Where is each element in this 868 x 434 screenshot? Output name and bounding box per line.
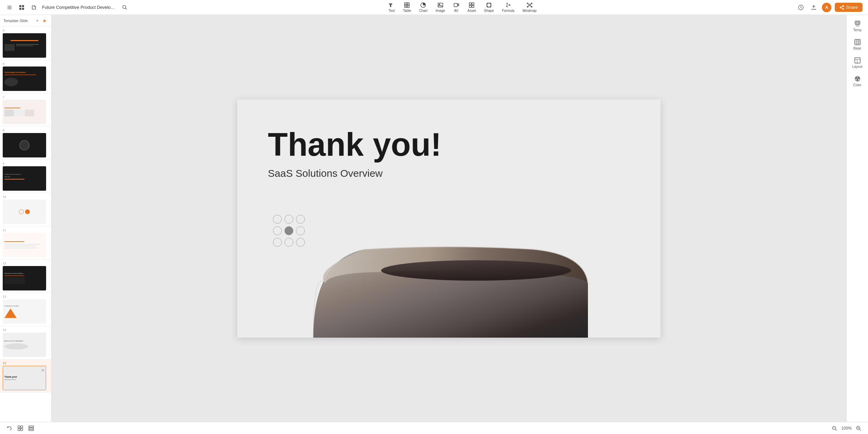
svg-point-40 [843,8,844,10]
svg-rect-67 [29,426,34,427]
toolbar-table-label: Table [403,9,411,13]
topbar-right: A Share [796,3,863,12]
toolbar-av-label: AV [454,9,458,13]
slide-bowl-image [296,243,601,338]
svg-line-29 [528,4,529,5]
toolbar-formula[interactable]: Formula [498,1,518,14]
toolbar-table[interactable]: Table [399,1,414,14]
svg-rect-63 [18,426,20,428]
slide-thumbnail-14[interactable]: 14 Advancement through Analytics [0,326,51,359]
slide-thumbnail-8[interactable]: 8 [0,127,51,160]
slide-thumbnail-10[interactable]: 10 [0,193,51,226]
svg-rect-21 [469,3,471,5]
star-icon[interactable]: ★ [42,18,48,23]
clock-icon[interactable] [796,3,806,12]
right-panel-base[interactable]: Base [848,37,867,52]
svg-point-30 [531,3,532,4]
svg-rect-64 [21,426,23,428]
svg-line-8 [125,8,127,10]
toolbar-text[interactable]: T Text [385,1,398,14]
toolbar-image[interactable]: Image [432,1,449,14]
bottom-bar-right: 100% [830,424,863,432]
right-panel-color-label: Color [853,83,862,87]
svg-point-34 [531,6,532,7]
sidebar-header-icons: ＋ ★ [34,18,48,24]
dot-8 [284,238,293,247]
toolbar-mindmap[interactable]: Mindmap [519,1,540,14]
share-button[interactable]: Share [835,3,863,12]
slide-thumbnail-6[interactable]: 6 Technological Innovations [0,60,51,93]
slide-thumbnail-13[interactable]: 13 Foundations for Insights [0,293,51,326]
right-panel-temp-label: Temp [853,28,861,32]
top-bar: Future Competitive Product Development..… [0,0,868,15]
dot-1 [273,215,282,224]
toolbar-image-label: Image [436,9,445,13]
slide-thumbnail-12[interactable]: 12 Data-Driven Decision Making [0,260,51,293]
svg-rect-24 [472,5,474,7]
svg-line-42 [841,7,843,8]
toolbar-chart[interactable]: Chart [416,1,431,14]
slide-thumbnail-11[interactable]: 11 [0,226,51,260]
slide-thumbnail-5[interactable]: 5 [0,27,51,60]
right-panel-color[interactable]: Color [848,73,867,89]
grid-view-icon[interactable] [16,424,24,432]
svg-line-76 [860,429,861,431]
slide-thumbnail-7[interactable]: 7 [0,93,51,127]
toolbar-text-label: Text [389,9,395,13]
svg-rect-22 [472,3,474,5]
toolbar-shape[interactable]: Shape [481,1,497,14]
sidebar-title: Template Slide [3,19,28,23]
zoom-out-icon[interactable] [830,424,839,432]
svg-point-38 [843,5,844,6]
svg-rect-50 [856,25,859,26]
bottom-bar: 100% [0,422,868,434]
slide-subtitle: SaaS Solutions Overview [268,168,441,179]
svg-point-44 [381,260,571,281]
user-avatar[interactable]: A [822,3,831,12]
svg-rect-65 [18,429,20,431]
svg-point-25 [487,3,491,7]
svg-point-39 [840,7,841,8]
center-toolbar: T Text Table Chart [385,1,540,14]
svg-point-32 [527,6,528,7]
right-panel-layout[interactable]: Layout [848,55,867,71]
toolbar-shape-label: Shape [484,9,494,13]
toolbar-asset-label: Asset [468,9,476,13]
svg-point-60 [856,77,857,79]
toolbar-formula-label: Formula [502,9,514,13]
svg-rect-20 [454,3,457,7]
svg-point-7 [123,5,126,8]
dot-5 [284,226,293,235]
right-panel: Temp Base Layout [846,15,868,422]
canvas-area[interactable]: Thank you! SaaS Solutions Overview [52,15,846,422]
slide-thumbnail-15[interactable]: 15 Thank you! SaaS Solutions Overview [0,359,51,393]
dot-3 [296,215,305,224]
list-view-icon[interactable] [27,424,35,432]
dot-6 [296,226,305,235]
toolbar-asset[interactable]: Asset [464,1,479,14]
share-label: Share [846,5,858,10]
dot-7 [273,238,282,247]
undo-icon[interactable] [5,424,14,432]
hamburger-icon[interactable] [5,3,14,12]
svg-line-31 [530,4,531,5]
slide-thumbnail-9[interactable]: 9 Collaborative Development Strategies [0,160,51,193]
svg-rect-69 [29,429,34,431]
add-slide-icon[interactable]: ＋ [34,18,40,24]
slide-main-content: Thank you! SaaS Solutions Overview [268,127,441,180]
apps-icon[interactable] [18,3,26,12]
svg-line-72 [835,429,837,431]
toolbar-av[interactable]: AV [450,1,463,14]
search-icon[interactable] [121,3,129,12]
slide-panel: Template Slide ＋ ★ 5 [0,15,52,422]
topbar-left: Future Competitive Product Development..… [5,3,129,12]
right-panel-temp[interactable]: Temp [848,18,867,34]
svg-rect-56 [855,58,860,63]
upload-icon[interactable] [809,3,818,12]
svg-rect-45 [855,21,860,24]
zoom-in-icon[interactable] [854,424,863,432]
document-title: Future Competitive Product Development..… [42,5,117,10]
zoom-level: 100% [841,426,852,431]
svg-rect-5 [19,8,21,10]
svg-line-33 [528,6,529,7]
